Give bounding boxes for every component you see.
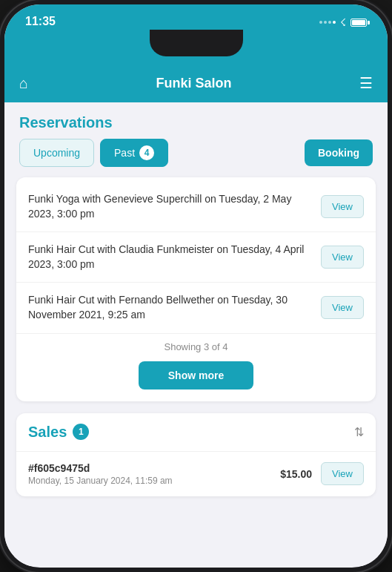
reservation-item-text: Funki Yoga with Genevieve Superchill on … <box>28 192 321 221</box>
app-title: Funki Salon <box>156 76 232 91</box>
reservations-header: Reservations <box>4 102 388 139</box>
show-more-button[interactable]: Show more <box>139 361 253 389</box>
table-row: Funki Hair Cut with Claudia Funkmeister … <box>16 232 376 283</box>
sales-badge: 1 <box>73 424 89 440</box>
phone-screen: 11:35 ☇ ⌂ Funki Salon ☰ <box>4 4 388 568</box>
reservation-item-text-2: Funki Hair Cut with Fernando Bellwether … <box>28 293 321 322</box>
showing-text: Showing 3 of 4 <box>16 334 376 361</box>
status-icons: ☇ <box>319 15 367 28</box>
home-icon[interactable]: ⌂ <box>19 75 28 92</box>
status-time: 11:35 <box>25 15 56 28</box>
view-button-2[interactable]: View <box>321 296 364 319</box>
wifi-icon: ☇ <box>340 16 346 28</box>
booking-button[interactable]: Booking <box>305 139 373 166</box>
notch <box>150 30 243 56</box>
tab-past[interactable]: Past 4 <box>100 139 168 167</box>
sales-header: Sales 1 ⇅ <box>16 413 376 452</box>
app-header: ⌂ Funki Salon ☰ <box>4 65 388 102</box>
notch-area <box>4 43 388 65</box>
tab-upcoming[interactable]: Upcoming <box>19 139 94 167</box>
sales-title: Sales <box>28 424 67 441</box>
sales-item-id: #f605c9475d <box>28 462 280 474</box>
battery-icon <box>351 19 367 27</box>
table-row: Funki Hair Cut with Fernando Bellwether … <box>16 283 376 333</box>
tab-past-badge: 4 <box>139 145 154 160</box>
tabs-row: Upcoming Past 4 Booking <box>4 139 388 177</box>
sales-item-right: $15.00 View <box>280 462 364 485</box>
sales-view-button[interactable]: View <box>321 462 364 485</box>
reservations-title: Reservations <box>19 114 113 131</box>
table-row: Funki Yoga with Genevieve Superchill on … <box>16 182 376 232</box>
list-item: #f605c9475d Monday, 15 January 2024, 11:… <box>16 452 376 496</box>
tab-past-label: Past <box>114 147 135 159</box>
view-button-0[interactable]: View <box>321 195 364 218</box>
tabs-container: Upcoming Past 4 <box>19 139 168 167</box>
sales-item-info: #f605c9475d Monday, 15 January 2024, 11:… <box>28 462 280 486</box>
sales-amount: $15.00 <box>280 468 312 480</box>
reservations-card: Funki Yoga with Genevieve Superchill on … <box>16 177 376 401</box>
view-button-1[interactable]: View <box>321 246 364 269</box>
sales-item-date: Monday, 15 January 2024, 11:59 am <box>28 476 280 486</box>
expand-icon[interactable]: ⇅ <box>354 425 364 439</box>
scroll-content: Reservations Upcoming Past 4 Booking Fun… <box>4 102 388 566</box>
sales-section: Sales 1 ⇅ #f605c9475d Monday, 15 January… <box>16 413 376 496</box>
menu-icon[interactable]: ☰ <box>359 74 373 92</box>
reservation-item-text-1: Funki Hair Cut with Claudia Funkmeister … <box>28 243 321 272</box>
phone-frame: 11:35 ☇ ⌂ Funki Salon ☰ <box>0 0 392 572</box>
sales-title-wrap: Sales 1 <box>28 424 89 441</box>
signal-icon <box>319 21 336 24</box>
